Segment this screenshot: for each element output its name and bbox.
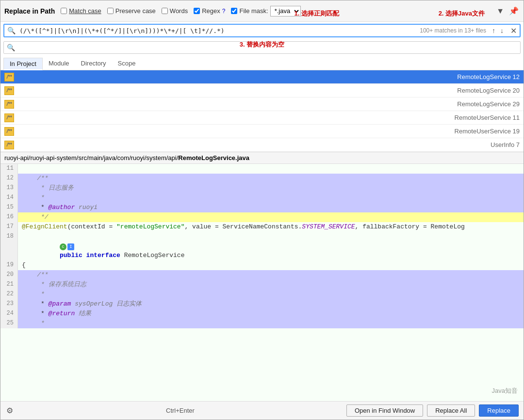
line-content: /** (18, 174, 49, 183)
line-content: * (18, 193, 45, 203)
line-content: * @author ruoyi (18, 203, 98, 212)
line-number: 15 (0, 203, 18, 212)
preserve-case-checkbox[interactable] (107, 8, 114, 14)
result-file-icon: /** (4, 141, 14, 149)
file-mask-select[interactable]: *.java (270, 6, 301, 16)
preserve-case-label[interactable]: Preserve case (115, 7, 156, 15)
result-file-icon: /** (4, 86, 14, 95)
line-number: 12 (0, 174, 18, 183)
tab-module[interactable]: Module (43, 58, 75, 70)
line-content: * (18, 319, 45, 328)
line-number: 22 (0, 290, 18, 299)
close-search-button[interactable]: ✕ (508, 25, 520, 36)
match-case-checkbox[interactable] (61, 8, 67, 14)
code-line-18: 18 c I public interface RemoteLogService (0, 232, 524, 260)
line-number: 11 (0, 164, 18, 174)
code-view[interactable]: 11 12 /** 13 * 日志服务 14 * 15 * @author ru… (0, 164, 524, 401)
result-file-icon: /** (4, 127, 14, 136)
bottom-left: ⚙ (5, 405, 14, 416)
keyboard-shortcut: Ctrl+Enter (166, 407, 195, 414)
file-path-text: ruoyi-api/ruoyi-api-system/src/main/java… (4, 154, 178, 162)
words-label[interactable]: Words (170, 7, 188, 15)
settings-icon[interactable]: ⚙ (5, 405, 14, 416)
line-number: 25 (0, 319, 18, 328)
search-icon: 🔍 (4, 25, 18, 36)
line-content: @FeignClient(contextId = "remoteLogServi… (18, 222, 465, 232)
file-mask-group: File mask: *.java (231, 6, 300, 16)
code-line-13: 13 * 日志服务 (0, 183, 524, 193)
line-content (18, 164, 22, 174)
table-row[interactable]: /** UserInfo 7 (0, 138, 524, 152)
prev-match-button[interactable]: ↑ (490, 26, 497, 35)
code-line-19: 19 { (0, 260, 524, 270)
regex-label[interactable]: Regex (202, 7, 220, 15)
file-path-bold: RemoteLogService.java (178, 154, 249, 162)
match-case-label[interactable]: Match case (69, 7, 101, 15)
table-row[interactable]: /** RemoteLogService 12 (0, 70, 524, 84)
table-row[interactable]: /** RemoteLogService 20 (0, 84, 524, 97)
line-number: 24 (0, 309, 18, 319)
line-number: 23 (0, 299, 18, 309)
open-find-window-button[interactable]: Open in Find Window (346, 404, 423, 417)
line-content: * 保存系统日志 (18, 280, 86, 290)
line-content: * 日志服务 (18, 183, 74, 193)
search-input[interactable] (18, 25, 416, 36)
code-line-12: 12 /** (0, 174, 524, 183)
file-mask-label[interactable]: File mask: (239, 7, 268, 15)
regex-checkbox[interactable] (194, 8, 200, 14)
table-row[interactable]: /** RemoteUserService 11 (0, 111, 524, 125)
words-checkbox[interactable] (162, 8, 168, 14)
tab-in-project[interactable]: In Project (3, 58, 43, 70)
match-case-group: Match case (61, 7, 101, 15)
line-content: c I public interface RemoteLogService (18, 232, 184, 260)
code-line-20: 20 /** (0, 270, 524, 280)
replace-all-button[interactable]: Replace All (427, 404, 475, 417)
line-content: /** (18, 270, 49, 280)
table-row[interactable]: /** RemoteLogService 29 (0, 97, 524, 111)
next-match-button[interactable]: ↓ (498, 26, 506, 35)
toolbar-title: Replace in Path (4, 7, 55, 15)
tab-scope[interactable]: Scope (112, 58, 142, 70)
line-content: * @param sysOperLog 日志实体 (18, 299, 142, 309)
line-number: 14 (0, 193, 18, 203)
regex-group: Regex ? (194, 7, 225, 15)
results-container: /** RemoteLogService 12 /** RemoteLogSer… (0, 70, 524, 401)
results-list: /** RemoteLogService 12 /** RemoteLogSer… (0, 70, 524, 152)
result-filename: RemoteLogService 12 (17, 73, 520, 81)
pin-icon[interactable]: 📌 (508, 5, 520, 16)
toolbar-icons: ▼ 📌 (495, 5, 520, 16)
filter-icon[interactable]: ▼ (495, 6, 505, 16)
line-content: * (18, 290, 45, 299)
code-line-22: 22 * (0, 290, 524, 299)
bottom-right: Open in Find Window Replace All Replace (346, 404, 519, 417)
replace-button[interactable]: Replace (479, 404, 519, 417)
code-line-15: 15 * @author ruoyi (0, 203, 524, 212)
result-filename: RemoteLogService 29 (17, 100, 520, 108)
result-file-icon: /** (4, 73, 14, 81)
code-line-11: 11 (0, 164, 524, 174)
line-number: 16 (0, 212, 18, 222)
line-number: 20 (0, 270, 18, 280)
bottom-center: Ctrl+Enter (166, 407, 195, 414)
code-line-17: 17 @FeignClient(contextId = "remoteLogSe… (0, 222, 524, 232)
result-filename: UserInfo 7 (17, 141, 520, 148)
code-line-21: 21 * 保存系统日志 (0, 280, 524, 290)
result-file-icon: /** (4, 100, 14, 109)
line-number: 17 (0, 222, 18, 232)
file-mask-checkbox[interactable] (231, 8, 237, 14)
tab-directory[interactable]: Directory (75, 58, 112, 70)
line-content: */ (18, 212, 49, 222)
line-number: 13 (0, 183, 18, 193)
code-line-23: 23 * @param sysOperLog 日志实体 (0, 299, 524, 309)
code-line-16: 16 */ (0, 212, 524, 222)
preserve-case-group: Preserve case (107, 7, 156, 15)
regex-help-link[interactable]: ? (222, 8, 226, 15)
bottom-bar: ⚙ Ctrl+Enter Open in Find Window Replace… (0, 401, 524, 420)
table-row[interactable]: /** RemoteUserService 19 (0, 125, 524, 138)
words-group: Words (162, 7, 188, 15)
scope-tabs: In Project Module Directory Scope (0, 56, 524, 70)
replace-input[interactable] (18, 42, 520, 53)
search-match-info: 100+ matches in 13+ files (416, 27, 490, 34)
code-line-24: 24 * @return 结果 (0, 309, 524, 319)
line-content: { (18, 260, 26, 270)
